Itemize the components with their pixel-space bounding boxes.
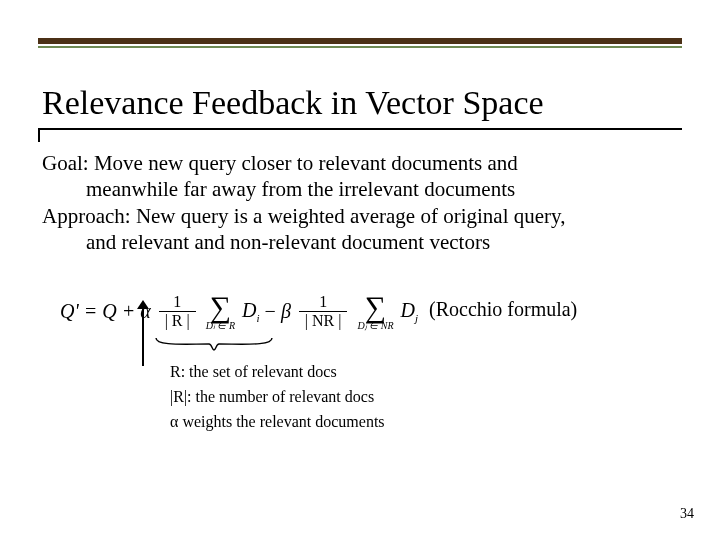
sigma-NR-sub: Dⱼ ∈ NR bbox=[357, 320, 393, 331]
sigma-icon: ∑ bbox=[365, 290, 386, 323]
top-rule-light bbox=[38, 46, 682, 48]
dj-term: Dj bbox=[400, 299, 418, 324]
frac2-num: 1 bbox=[299, 293, 348, 311]
minus: − bbox=[265, 300, 276, 323]
dj: D bbox=[400, 299, 414, 321]
arrow-up-icon bbox=[137, 300, 149, 309]
sigma-NR: ∑ Dⱼ ∈ NR bbox=[357, 292, 393, 331]
dj-sub: j bbox=[415, 312, 418, 324]
sigma-icon: ∑ bbox=[210, 290, 231, 323]
rocchio-formula: Q' = Q + α 1 | R | ∑ Dᵢ ∈ R Di − β 1 | N… bbox=[60, 292, 577, 331]
title-underline bbox=[38, 128, 682, 130]
body-line-1: Goal: Move new query closer to relevant … bbox=[42, 150, 660, 176]
underbrace-icon bbox=[154, 336, 274, 352]
frac1-den: | R | bbox=[159, 311, 196, 330]
body-text: Goal: Move new query closer to relevant … bbox=[42, 150, 660, 255]
sigma-R: ∑ Dᵢ ∈ R bbox=[206, 292, 235, 331]
arrow-line bbox=[142, 304, 144, 366]
annotation-alpha: α weights the relevant documents bbox=[170, 410, 385, 435]
body-line-4: and relevant and non-relevant document v… bbox=[42, 229, 660, 255]
title-underline-tick bbox=[38, 128, 40, 142]
page-number: 34 bbox=[680, 506, 694, 522]
annotation-R-count: |R|: the number of relevant docs bbox=[170, 385, 385, 410]
di-sub: i bbox=[257, 312, 260, 324]
di: D bbox=[242, 299, 256, 321]
sigma-R-sub: Dᵢ ∈ R bbox=[206, 320, 235, 331]
fraction-one-over-NR: 1 | NR | bbox=[299, 293, 348, 330]
top-rule-dark bbox=[38, 38, 682, 44]
slide-title: Relevance Feedback in Vector Space bbox=[42, 84, 544, 121]
frac2-den: | NR | bbox=[299, 311, 348, 330]
body-line-3: Approach: New query is a weighted averag… bbox=[42, 203, 660, 229]
fraction-one-over-R: 1 | R | bbox=[159, 293, 196, 330]
beta-symbol: β bbox=[281, 300, 291, 323]
formula-name: (Rocchio formula) bbox=[429, 298, 577, 320]
annotation-R-set: R: the set of relevant docs bbox=[170, 360, 385, 385]
formula-lhs: Q' = Q + bbox=[60, 300, 135, 323]
body-line-2: meanwhile far away from the irrelevant d… bbox=[42, 176, 660, 202]
annotations: R: the set of relevant docs |R|: the num… bbox=[170, 360, 385, 434]
frac1-num: 1 bbox=[159, 293, 196, 311]
di-term: Di bbox=[242, 299, 260, 324]
